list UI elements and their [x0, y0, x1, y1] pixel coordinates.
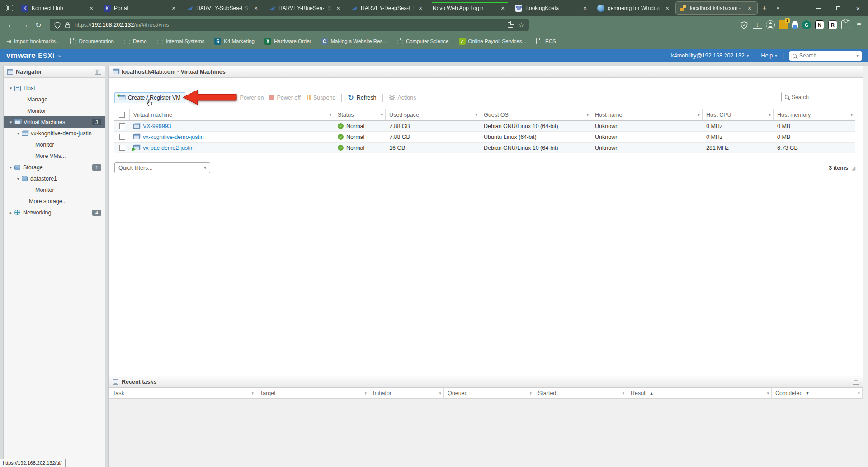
- page-scrollbar[interactable]: [863, 66, 868, 467]
- column-menu-icon[interactable]: ▾: [251, 391, 254, 396]
- vm-name-link[interactable]: vx-pac-demo2-justin: [143, 145, 194, 151]
- bookmark-k4-marketing[interactable]: SK4 Marketing: [214, 38, 255, 45]
- sidebar-item-host[interactable]: ▾ Host: [4, 82, 105, 94]
- tab-portal[interactable]: K Portal ×: [100, 2, 181, 14]
- column-menu-icon[interactable]: ▾: [439, 391, 441, 396]
- firefox-view-button[interactable]: [2, 0, 17, 16]
- back-button[interactable]: ←: [5, 19, 18, 31]
- sidebar-item-host-monitor[interactable]: Monitor: [4, 105, 105, 116]
- tree-expand-icon[interactable]: ▾: [7, 165, 14, 170]
- popout-panel-icon[interactable]: [853, 379, 859, 385]
- extensions-puzzle-icon[interactable]: [841, 20, 850, 29]
- collapse-panel-icon[interactable]: [95, 69, 101, 75]
- new-tab-button[interactable]: +: [758, 0, 771, 16]
- bookmark-hardware-order[interactable]: XHardware Order: [264, 38, 311, 45]
- column-header-host-name[interactable]: Host name▾: [591, 109, 703, 120]
- column-header-target[interactable]: Target▾: [256, 388, 369, 398]
- column-menu-icon[interactable]: ▾: [769, 113, 771, 117]
- chevron-down-icon[interactable]: ▾: [856, 53, 859, 58]
- vm-list-search-input[interactable]: [792, 94, 851, 100]
- forward-button[interactable]: →: [18, 19, 32, 31]
- close-tab-icon[interactable]: ×: [334, 4, 342, 12]
- close-window-button[interactable]: ×: [848, 0, 868, 16]
- reload-button[interactable]: ↻: [32, 19, 45, 31]
- close-tab-icon[interactable]: ×: [252, 4, 260, 12]
- suspend-button[interactable]: Suspend: [307, 95, 335, 101]
- column-menu-icon[interactable]: ▾: [698, 113, 700, 117]
- sidebar-item-host-manage[interactable]: Manage: [4, 94, 105, 105]
- tab-konnect-hub[interactable]: K Konnect Hub ×: [18, 2, 99, 14]
- bookmark-demo[interactable]: Demo: [124, 38, 147, 44]
- column-menu-icon[interactable]: ▾: [850, 113, 853, 117]
- column-menu-icon[interactable]: ▾: [622, 391, 624, 396]
- quick-filters-dropdown[interactable]: Quick filters... ▾: [114, 162, 210, 173]
- close-tab-icon[interactable]: ×: [170, 4, 178, 12]
- column-header-used-space[interactable]: Used space▾: [386, 109, 480, 120]
- bookmark-website-resource[interactable]: CMaking a Website Res...: [321, 38, 387, 45]
- close-tab-icon[interactable]: ×: [499, 4, 507, 12]
- column-header-task[interactable]: Task▾: [109, 388, 256, 398]
- address-bar[interactable]: https://192.168.202.132/ui/#/host/vms ☆: [50, 19, 529, 31]
- maximize-button[interactable]: [828, 0, 848, 16]
- column-menu-icon[interactable]: ▾: [767, 391, 769, 396]
- sidebar-item-virtual-machines[interactable]: ▾ Virtual Machines 3: [4, 116, 105, 128]
- notion-icon[interactable]: N: [815, 20, 824, 29]
- sidebar-item-datastore1[interactable]: ▾ datastore1: [4, 173, 105, 184]
- row-checkbox[interactable]: [119, 145, 125, 151]
- tab-overflow-button[interactable]: ▾: [771, 0, 785, 16]
- column-menu-icon[interactable]: ▾: [586, 113, 589, 117]
- help-menu[interactable]: Help▾: [761, 52, 777, 59]
- select-all-checkbox[interactable]: [119, 112, 125, 118]
- sidebar-item-more-storage[interactable]: More storage...: [4, 195, 105, 207]
- column-menu-icon[interactable]: ▾: [858, 391, 860, 396]
- actions-button[interactable]: Actions: [389, 95, 416, 101]
- tab-harvey-deepsea[interactable]: HARVEY-DeepSea-ES12 ×: [347, 2, 428, 14]
- sidebar-item-vm-monitor[interactable]: Monitor: [4, 139, 105, 150]
- close-tab-icon[interactable]: ×: [416, 4, 425, 12]
- column-header-started[interactable]: Started▾: [534, 388, 627, 398]
- password-extension-icon[interactable]: [792, 21, 798, 29]
- column-header-status[interactable]: Status▾: [334, 109, 386, 120]
- tab-esxi-active[interactable]: localhost.k4lab.com - V ×: [676, 2, 757, 14]
- table-row[interactable]: vx-kognitive-demo-justin ✓Normal 7.88 GB…: [114, 132, 855, 143]
- row-checkbox[interactable]: [119, 123, 125, 129]
- refresh-button[interactable]: ↻ Refresh: [348, 95, 376, 101]
- tab-harvey-subsea[interactable]: HARVEY-SubSea-ES147 ×: [182, 2, 264, 14]
- column-header-queued[interactable]: Queued▾: [444, 388, 534, 398]
- tracking-shield-icon[interactable]: [54, 22, 61, 29]
- tree-expand-icon[interactable]: ▸: [7, 210, 14, 215]
- header-search-box[interactable]: ▾: [789, 51, 862, 61]
- sidebar-item-storage[interactable]: ▾ Storage 1: [4, 162, 105, 173]
- column-menu-icon[interactable]: ▾: [475, 113, 477, 117]
- bookmark-computer-science[interactable]: Computer Science: [397, 38, 449, 44]
- bookmark-online-payroll[interactable]: ✓Online Payroll Services...: [459, 38, 526, 45]
- vm-name-link[interactable]: vx-kognitive-demo-justin: [143, 134, 204, 140]
- bookmark-documentation[interactable]: Documentation: [70, 38, 114, 44]
- tree-expand-icon[interactable]: ▾: [14, 176, 22, 181]
- minimize-button[interactable]: [808, 0, 828, 16]
- account-icon[interactable]: [766, 20, 775, 29]
- sidebar-item-more-vms[interactable]: More VMs...: [4, 150, 105, 162]
- tree-expand-icon[interactable]: ▾: [7, 120, 14, 124]
- column-menu-icon[interactable]: ▾: [329, 113, 331, 117]
- user-menu[interactable]: k4mobility@192.168.202.132▾: [671, 52, 749, 59]
- table-row[interactable]: VX-999993 ✓Normal 7.88 GB Debian GNU/Lin…: [114, 121, 855, 132]
- bookmark-import[interactable]: ⇥Import bookmarks...: [6, 38, 60, 45]
- power-on-button[interactable]: Power on: [233, 95, 264, 101]
- vm-list-search-box[interactable]: [781, 92, 854, 102]
- column-menu-icon[interactable]: ▾: [364, 391, 367, 396]
- bookmark-ecs[interactable]: ECS: [536, 38, 556, 44]
- sidebar-item-datastore-monitor[interactable]: Monitor: [4, 184, 105, 195]
- column-header-host-cpu[interactable]: Host CPU▾: [703, 109, 774, 120]
- adblock-shield-icon[interactable]: [740, 20, 749, 29]
- close-tab-icon[interactable]: ×: [745, 4, 754, 12]
- power-off-button[interactable]: Power off: [269, 95, 301, 101]
- row-checkbox[interactable]: [119, 134, 125, 140]
- tree-expand-icon[interactable]: ▾: [7, 86, 14, 91]
- panel-splitter[interactable]: [105, 66, 108, 467]
- tab-novo-login[interactable]: Novo Web App Login ×: [429, 2, 510, 14]
- column-header-host-memory[interactable]: Host memory▾: [774, 109, 855, 120]
- column-header-guest-os[interactable]: Guest OS▾: [480, 109, 591, 120]
- close-tab-icon[interactable]: ×: [581, 4, 589, 12]
- app-menu-icon[interactable]: ≡: [854, 20, 863, 29]
